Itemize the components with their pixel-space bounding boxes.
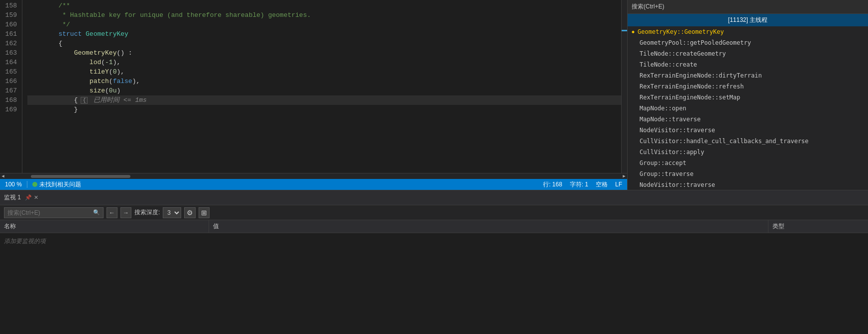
call-stack-panel: 搜索(Ctrl+E) [11132] 主线程 GeometryKey::Geom…	[627, 0, 868, 190]
callstack-search-label: 搜索(Ctrl+E)	[632, 2, 664, 11]
col-type-header: 类型	[768, 220, 868, 233]
zoom-level[interactable]: 100 %	[5, 181, 22, 188]
scroll-left-arrow[interactable]: ◀	[0, 173, 6, 179]
code-lines: /** * Hashtable key for unique (and ther…	[22, 0, 621, 173]
call-stack-item[interactable]: GeometryPool::getPooledGeometry	[628, 37, 868, 48]
code-line-168: { { 已用时间 <= 1ms	[27, 95, 621, 105]
problems-indicator: 未找到相关问题	[32, 180, 81, 189]
call-stack-item[interactable]: MapNode::open	[628, 103, 868, 114]
code-line-163: GeometryKey() :	[27, 48, 621, 58]
char-info: 字符: 1	[570, 180, 588, 189]
line-info: 行: 168	[543, 180, 562, 189]
code-line-169: }	[27, 105, 621, 114]
code-line-159: * Hashtable key for unique (and therefor…	[27, 10, 621, 20]
call-stack-search-bar: 搜索(Ctrl+E)	[628, 0, 868, 14]
call-stack-item[interactable]: GeometryKey::GeometryKey	[628, 26, 868, 37]
zoom-value: 100 %	[5, 181, 22, 188]
watch-content: 添加要监视的项	[0, 233, 868, 334]
code-line-160: */	[27, 20, 621, 29]
horizontal-scrollbar[interactable]: ◀ ▶	[0, 173, 627, 179]
status-right: 行: 168 字符: 1 空格 LF	[543, 180, 622, 189]
nav-forward-button[interactable]: →	[120, 207, 131, 218]
call-stack-item[interactable]: MapNode::traverse	[628, 114, 868, 125]
grid-button[interactable]: ⊞	[199, 207, 210, 218]
line-numbers: 158 159 160 161 162 163 164 165 166 167 …	[0, 0, 22, 173]
code-line-165: tileY(0),	[27, 67, 621, 77]
problems-text: 未找到相关问题	[39, 180, 81, 189]
code-line-164: lod(-1),	[27, 58, 621, 67]
scrollbar-thumb-h[interactable]	[31, 175, 130, 178]
col-value-header: 值	[209, 220, 768, 233]
col-type-label: 类型	[772, 222, 784, 231]
thread-label: [11132] 主线程	[728, 16, 767, 24]
depth-label: 搜索深度:	[134, 208, 160, 217]
call-stack-list[interactable]: GeometryKey::GeometryKeyGeometryPool::ge…	[628, 26, 868, 190]
watch-column-header: 名称 值 类型	[0, 220, 868, 233]
call-stack-item[interactable]: TileNode::create	[628, 59, 868, 70]
watch-tab-1[interactable]: 监视 1 📌 ✕	[4, 193, 38, 202]
status-bar: 100 % 未找到相关问题 行: 168 字符: 1 空格 LF	[0, 179, 627, 190]
status-dot	[32, 182, 37, 187]
call-stack-item[interactable]: NodeVisitor::traverse	[628, 179, 868, 190]
watch-tab-label: 监视 1	[4, 193, 21, 202]
call-stack-item[interactable]: CullVisitor::handle_cull_callbacks_and_t…	[628, 136, 868, 147]
call-stack-item[interactable]: Group::accept	[628, 158, 868, 168]
watch-add-hint: 添加要监视的项	[4, 237, 46, 246]
code-line-162: {	[27, 39, 621, 48]
call-stack-item[interactable]: TileNode::createGeometry	[628, 48, 868, 59]
indent-info: 空格	[596, 180, 608, 189]
encoding-info: LF	[615, 181, 622, 188]
scroll-right-arrow[interactable]: ▶	[621, 173, 627, 179]
watch-search-box[interactable]: 🔍	[4, 207, 104, 218]
call-stack-item[interactable]: RexTerrainEngineNode::refresh	[628, 81, 868, 92]
nav-back-button[interactable]: ←	[107, 207, 117, 218]
watch-toolbar: 🔍 ← → 搜索深度: 3 1 2 4 5 ⚙ ⊞	[0, 205, 868, 220]
call-stack-item[interactable]: Group::traverse	[628, 168, 868, 179]
call-stack-item[interactable]: RexTerrainEngineNode::dirtyTerrain	[628, 70, 868, 81]
watch-panel: 监视 1 📌 ✕ 🔍 ← → 搜索深度: 3 1 2 4 5 ⚙ ⊞ 名称 值 …	[0, 190, 868, 334]
col-name-label: 名称	[4, 222, 16, 231]
editor-right-scrollbar[interactable]	[621, 0, 627, 173]
watch-close-icon[interactable]: ✕	[34, 194, 38, 201]
call-stack-item[interactable]: RexTerrainEngineNode::setMap	[628, 92, 868, 103]
thread-header: [11132] 主线程	[628, 14, 868, 26]
search-icon: 🔍	[93, 209, 100, 216]
status-left: 100 % 未找到相关问题	[5, 180, 81, 189]
filter-button[interactable]: ⚙	[184, 207, 196, 218]
code-line-166: patch(false),	[27, 77, 621, 86]
code-editor: 158 159 160 161 162 163 164 165 166 167 …	[0, 0, 627, 190]
code-line-161: struct GeometryKey	[27, 29, 621, 39]
code-line-167: size(0u)	[27, 86, 621, 95]
col-value-label: 值	[213, 222, 219, 231]
call-stack-item[interactable]: NodeVisitor::traverse	[628, 125, 868, 136]
col-name-header: 名称	[0, 220, 209, 233]
call-stack-item[interactable]: CullVisitor::apply	[628, 147, 868, 158]
depth-select[interactable]: 3 1 2 4 5	[163, 207, 181, 218]
watch-panel-header: 监视 1 📌 ✕	[0, 190, 868, 205]
code-line-158: /**	[27, 1, 621, 10]
watch-search-input[interactable]	[7, 209, 91, 216]
watch-pin-icon[interactable]: 📌	[25, 194, 32, 201]
